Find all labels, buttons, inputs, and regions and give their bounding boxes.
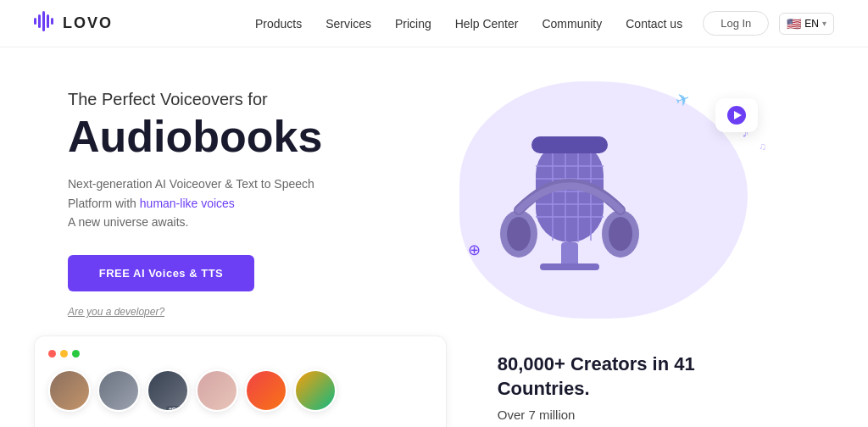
logo-wordmark: LOVO: [63, 14, 113, 32]
bottom-section: #Game 80,000+ Creators in 41 Countries. …: [0, 336, 868, 427]
avatar: #Game: [147, 369, 189, 412]
svg-rect-1: [38, 14, 41, 28]
language-selector[interactable]: 🇺🇸 EN ▾: [779, 13, 834, 35]
cta-button[interactable]: FREE AI Voices & TTS: [68, 255, 254, 291]
nav-item-contact[interactable]: Contact us: [626, 17, 682, 30]
nav-item-services[interactable]: Services: [326, 17, 371, 30]
game-controller-icon: ⊕: [468, 241, 481, 259]
avatars-row: #Game: [48, 369, 432, 412]
hero-left: The Perfect Voiceovers for Audiobooks Ne…: [68, 73, 434, 319]
video-card: [715, 98, 758, 132]
nav-item-community[interactable]: Community: [542, 17, 602, 30]
stats-line2: Countries.: [498, 378, 590, 399]
music-note-small-icon: ♫: [759, 141, 766, 152]
svg-rect-17: [531, 136, 608, 153]
logo-icon: [34, 11, 58, 36]
svg-rect-2: [42, 11, 45, 31]
chevron-down-icon: ▾: [822, 19, 826, 28]
nav-links: Products Services Pricing Help Center Co…: [255, 17, 682, 30]
svg-rect-6: [540, 263, 599, 270]
svg-rect-3: [47, 14, 49, 28]
svg-point-19: [507, 217, 531, 251]
avatar: [97, 369, 140, 412]
hero-desc-line3: A new universe awaits.: [68, 215, 188, 229]
avatar: [245, 369, 287, 412]
microphone-illustration: [493, 90, 646, 288]
play-button-icon: [727, 106, 746, 125]
hero-subtitle: The Perfect Voiceovers for: [68, 90, 434, 109]
logo[interactable]: LOVO: [34, 11, 113, 36]
hero-desc-line1: Next-generation AI Voiceover & Text to S…: [68, 177, 314, 191]
login-button[interactable]: Log In: [703, 11, 769, 36]
lang-label: EN: [804, 18, 819, 30]
avatar: [196, 369, 238, 412]
hero-desc-line2-normal: Platform with: [68, 197, 140, 210]
navbar: LOVO Products Services Pricing Help Cent…: [0, 0, 868, 47]
hero-illustration: ✈ ♪ ♫ ⊕: [434, 73, 800, 327]
avatar: [294, 369, 337, 412]
stats-subtitle: Over 7 million: [498, 408, 817, 422]
hero-section: The Perfect Voiceovers for Audiobooks Ne…: [0, 47, 868, 327]
creator-card: #Game: [34, 336, 447, 427]
nav-item-help[interactable]: Help Center: [455, 17, 519, 30]
svg-point-21: [609, 217, 632, 251]
svg-rect-0: [34, 18, 36, 25]
hero-desc-highlight: human-like voices: [140, 197, 235, 210]
svg-rect-4: [51, 18, 53, 25]
hero-description: Next-generation AI Voiceover & Text to S…: [68, 175, 356, 231]
developer-link[interactable]: Are you a developer?: [68, 306, 164, 318]
game-badge: #Game: [166, 406, 189, 412]
stats-card: 80,000+ Creators in 41 Countries. Over 7…: [481, 336, 834, 427]
stats-title: 80,000+ Creators in 41 Countries.: [498, 352, 817, 401]
avatar: [48, 369, 91, 412]
hero-title: Audiobooks: [68, 113, 434, 161]
nav-item-products[interactable]: Products: [255, 17, 302, 30]
flag-icon: 🇺🇸: [787, 17, 801, 30]
stats-line1: 80,000+ Creators in 41: [498, 353, 695, 374]
close-dot: [48, 350, 56, 358]
window-controls: [48, 350, 432, 358]
maximize-dot: [72, 350, 80, 358]
play-triangle: [734, 111, 742, 119]
minimize-dot: [60, 350, 68, 358]
nav-item-pricing[interactable]: Pricing: [395, 17, 431, 30]
